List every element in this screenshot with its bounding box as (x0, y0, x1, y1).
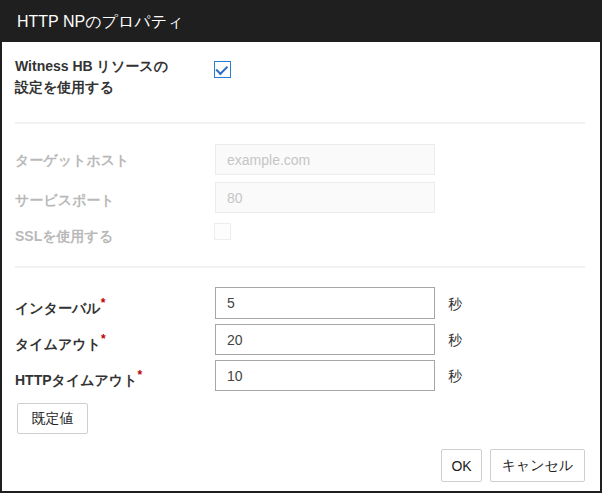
required-asterisk: * (101, 332, 106, 346)
default-values-button[interactable]: 既定値 (17, 403, 88, 434)
interval-input[interactable] (215, 287, 435, 319)
ok-button[interactable]: OK (441, 449, 482, 482)
http-timeout-unit-label: 秒 (448, 368, 462, 386)
interval-unit-label: 秒 (448, 296, 462, 314)
http-np-properties-dialog: HTTP NPのプロパティ Witness HB リソースの 設定を使用する タ… (0, 0, 602, 493)
witness-hb-checkbox[interactable] (214, 61, 231, 78)
checkmark-icon (215, 62, 228, 75)
http-timeout-input[interactable] (215, 360, 435, 391)
witness-hb-label: Witness HB リソースの 設定を使用する (15, 56, 225, 98)
timeout-unit-label: 秒 (448, 332, 462, 350)
target-host-input (215, 144, 435, 175)
divider-middle (15, 266, 585, 268)
required-asterisk: * (138, 368, 143, 382)
target-host-label: ターゲットホスト (15, 152, 129, 170)
http-timeout-label: HTTPタイムアウト* (15, 368, 142, 390)
dialog-title: HTTP NPのプロパティ (2, 2, 600, 42)
timeout-input[interactable] (215, 324, 435, 355)
timeout-label: タイムアウト* (15, 332, 106, 354)
use-ssl-checkbox (214, 223, 231, 240)
interval-label: インターバル* (15, 296, 105, 318)
divider-top (15, 122, 585, 124)
required-asterisk: * (101, 296, 106, 310)
service-port-input (215, 182, 435, 213)
service-port-label: サービスポート (15, 192, 115, 210)
use-ssl-label: SSLを使用する (15, 228, 113, 246)
cancel-button[interactable]: キャンセル (490, 449, 585, 482)
